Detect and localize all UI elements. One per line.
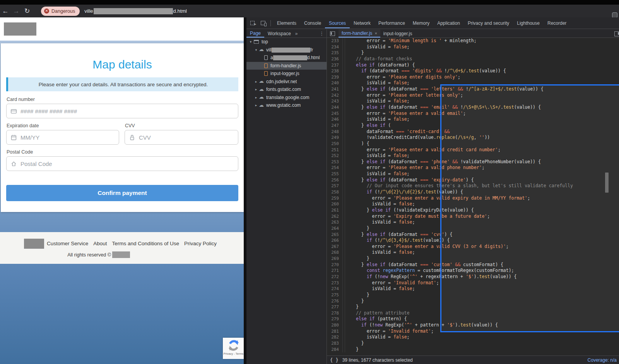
line-number[interactable]: 243	[327, 98, 342, 104]
breakpoint-gutter[interactable]	[342, 232, 345, 238]
device-toolbar-icon[interactable]	[260, 20, 267, 26]
breakpoint-gutter[interactable]	[342, 129, 345, 135]
breakpoint-gutter[interactable]	[342, 86, 345, 92]
breakpoint-gutter[interactable]	[342, 207, 345, 214]
breakpoint-gutter[interactable]	[342, 219, 345, 226]
address-bar[interactable]: ville d.html	[84, 8, 187, 14]
line-number[interactable]: 249	[327, 135, 342, 141]
recaptcha-badge[interactable]: Privacy - Terms	[223, 338, 244, 359]
line-number[interactable]: 240	[327, 80, 342, 86]
breakpoint-gutter[interactable]	[342, 183, 345, 189]
line-number[interactable]: 251	[327, 147, 342, 153]
breakpoint-gutter[interactable]	[342, 268, 345, 274]
devtools-tab-sources[interactable]: Sources	[325, 18, 350, 28]
devtools-tab-application[interactable]: Application	[433, 18, 464, 28]
tree-item-input-logger.js[interactable]: input-logger.js	[246, 70, 327, 78]
postal-input[interactable]: Postal Code	[6, 156, 238, 171]
line-number[interactable]: 244	[327, 104, 342, 111]
line-number[interactable]: 262	[327, 214, 342, 220]
line-number[interactable]: 253	[327, 159, 342, 165]
tree-item-form-handler.js[interactable]: form-handler.js	[246, 62, 327, 70]
breakpoint-gutter[interactable]	[342, 38, 345, 44]
editor-scrollbar-thumb[interactable]	[605, 173, 609, 193]
line-number[interactable]: 252	[327, 153, 342, 159]
more-tabs-chevron[interactable]: »	[295, 31, 297, 36]
line-number[interactable]: 283	[327, 340, 342, 347]
breakpoint-gutter[interactable]	[342, 298, 345, 304]
breakpoint-gutter[interactable]	[342, 68, 345, 74]
browser-extension-icon[interactable]	[612, 12, 617, 18]
line-number[interactable]: 269	[327, 256, 342, 262]
line-number[interactable]: 273	[327, 280, 342, 286]
line-number[interactable]: 246	[327, 116, 342, 123]
breakpoint-gutter[interactable]	[342, 44, 345, 50]
devtools-divider[interactable]	[244, 17, 246, 364]
tree-item-fonts.gstatic.com[interactable]: ▸☁fonts.gstatic.com	[246, 85, 327, 94]
line-number[interactable]: 250	[327, 141, 342, 147]
card-number-input[interactable]: #### #### #### ####	[6, 104, 238, 118]
line-number[interactable]: 268	[327, 250, 342, 256]
line-number[interactable]: 241	[327, 86, 342, 92]
breakpoint-gutter[interactable]	[342, 328, 345, 335]
breakpoint-gutter[interactable]	[342, 214, 345, 220]
breakpoint-gutter[interactable]	[342, 256, 345, 262]
tree-right-arrow-icon[interactable]: ▸	[254, 80, 258, 84]
code-editor[interactable]: 233 error = 'Minimum length is ' + minle…	[327, 38, 619, 364]
pretty-print-icon[interactable]: { }	[330, 357, 339, 363]
breakpoint-gutter[interactable]	[342, 92, 345, 99]
close-tab-icon[interactable]: ×	[374, 31, 377, 36]
breakpoint-gutter[interactable]	[342, 62, 345, 68]
tree-item-vill[interactable]: ▾☁villfr	[246, 46, 327, 54]
breakpoint-gutter[interactable]	[342, 304, 345, 310]
devtools-tab-network[interactable]: Network	[350, 18, 374, 28]
navigator-menu-dots[interactable]: ⋮	[319, 31, 324, 36]
devtools-tab-performance[interactable]: Performance	[374, 18, 409, 28]
expiration-input[interactable]: MM/YY	[6, 130, 119, 145]
footer-link-privacy-policy[interactable]: Privacy Policy	[184, 241, 217, 246]
breakpoint-gutter[interactable]	[342, 135, 345, 141]
navigator-toggle-icon[interactable]	[330, 31, 335, 36]
line-number[interactable]: 266	[327, 238, 342, 244]
breakpoint-gutter[interactable]	[342, 189, 345, 195]
line-number[interactable]: 275	[327, 292, 342, 298]
tree-item-www.gstatic.com[interactable]: ▸☁www.gstatic.com	[246, 101, 327, 109]
breakpoint-gutter[interactable]	[342, 147, 345, 153]
breakpoint-gutter[interactable]	[342, 226, 345, 232]
line-number[interactable]: 260	[327, 201, 342, 207]
line-number[interactable]: 264	[327, 226, 342, 232]
devtools-tab-privacy-and-security[interactable]: Privacy and security	[464, 18, 513, 28]
breakpoint-gutter[interactable]	[342, 111, 345, 117]
breakpoint-gutter[interactable]	[342, 286, 345, 292]
breakpoint-gutter[interactable]	[342, 104, 345, 111]
navigator-tab-page[interactable]: Page	[246, 29, 264, 38]
breakpoint-gutter[interactable]	[342, 334, 345, 340]
breakpoint-gutter[interactable]	[342, 123, 345, 129]
tree-right-arrow-icon[interactable]: ▸	[254, 87, 258, 91]
tree-right-arrow-icon[interactable]: ▸	[254, 103, 258, 107]
line-number[interactable]: 233	[327, 38, 342, 44]
tree-item-translate.google.com[interactable]: ▸☁translate.google.com	[246, 94, 327, 102]
breakpoint-gutter[interactable]	[342, 322, 345, 328]
line-number[interactable]: 278	[327, 310, 342, 316]
file-tab-input-logger.js[interactable]: input-logger.js	[380, 29, 416, 38]
line-number[interactable]: 248	[327, 129, 342, 135]
back-icon[interactable]: ←	[0, 7, 11, 15]
line-number[interactable]: 238	[327, 68, 342, 74]
line-number[interactable]: 267	[327, 244, 342, 250]
line-number[interactable]: 274	[327, 286, 342, 292]
breakpoint-gutter[interactable]	[342, 116, 345, 123]
line-number[interactable]: 236	[327, 56, 342, 62]
tree-item-a[interactable]: ad.html	[246, 54, 327, 62]
line-number[interactable]: 282	[327, 334, 342, 340]
navigator-tab-workspace[interactable]: Workspace	[264, 30, 294, 37]
devtools-tab-recorder[interactable]: Recorder	[544, 18, 570, 28]
inspect-element-icon[interactable]: ➤	[250, 20, 256, 26]
line-number[interactable]: 281	[327, 328, 342, 335]
breakpoint-gutter[interactable]	[342, 201, 345, 207]
line-number[interactable]: 263	[327, 219, 342, 226]
line-number[interactable]: 258	[327, 189, 342, 195]
cvv-input[interactable]: CVV	[125, 130, 238, 145]
line-number[interactable]: 256	[327, 177, 342, 183]
line-number[interactable]: 239	[327, 74, 342, 80]
line-number[interactable]: 245	[327, 111, 342, 117]
